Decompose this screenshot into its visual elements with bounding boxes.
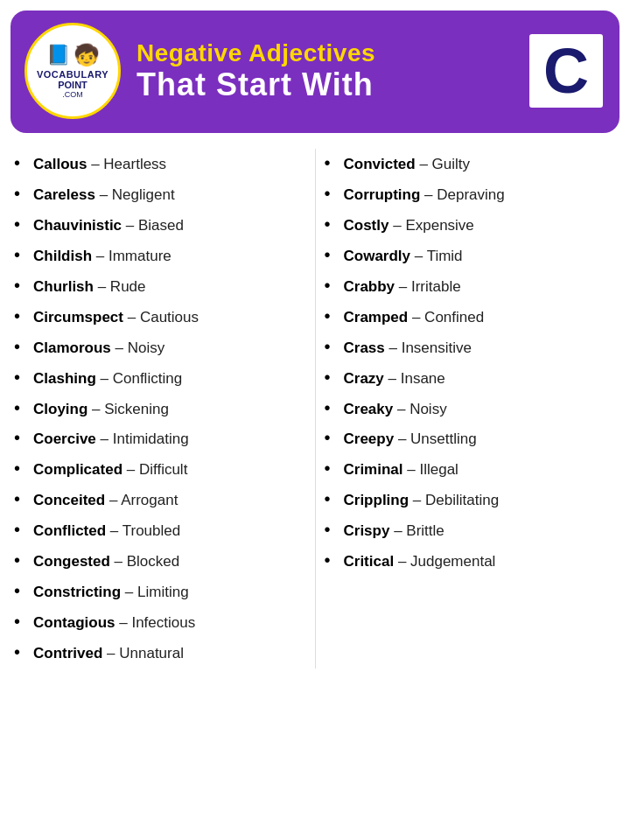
item-word: Contagious xyxy=(33,614,116,631)
bullet-icon: • xyxy=(14,398,33,416)
header-title-bottom: That Start With xyxy=(136,67,374,102)
list-item: • Crazy – Insane xyxy=(325,363,617,394)
item-definition: – Sickening xyxy=(92,401,169,417)
item-text: Chauvinistic – Biased xyxy=(33,216,306,236)
bullet-icon: • xyxy=(14,520,33,538)
item-definition: – Intimidating xyxy=(101,430,189,447)
item-word: Callous xyxy=(33,156,87,172)
bullet-icon: • xyxy=(325,245,344,263)
item-text: Cramped – Confined xyxy=(344,308,617,328)
item-definition: – Noisy xyxy=(116,340,165,356)
list-item: • Costly – Expensive xyxy=(325,210,617,241)
item-word: Clamorous xyxy=(33,340,111,356)
item-definition: – Depraving xyxy=(424,186,505,203)
item-word: Circumspect xyxy=(33,309,123,326)
list-item: • Contrived – Unnatural xyxy=(14,638,306,668)
item-text: Complicated – Difficult xyxy=(33,460,306,480)
item-word: Childish xyxy=(33,248,92,264)
bullet-icon: • xyxy=(14,184,33,202)
right-column: • Convicted – Guilty • Corrupting – Depr… xyxy=(325,149,617,668)
bullet-icon: • xyxy=(325,184,344,202)
item-definition: – Brittle xyxy=(394,522,444,539)
item-word: Crabby xyxy=(344,278,396,295)
bullet-icon: • xyxy=(14,458,33,477)
bullet-icon: • xyxy=(14,489,33,508)
item-word: Clashing xyxy=(33,370,96,387)
item-word: Creaky xyxy=(344,401,394,417)
item-text: Childish – Immature xyxy=(33,247,306,267)
item-word: Corrupting xyxy=(344,186,421,203)
bullet-icon: • xyxy=(14,306,33,325)
letter-box: C xyxy=(527,32,606,110)
item-word: Criminal xyxy=(344,461,403,478)
list-item: • Congested – Blocked xyxy=(14,546,306,577)
bullet-icon: • xyxy=(325,489,344,508)
item-definition: – Difficult xyxy=(127,461,188,478)
list-item: • Clamorous – Noisy xyxy=(14,332,306,363)
item-definition: – Cautious xyxy=(128,309,199,326)
bullet-icon: • xyxy=(325,368,344,386)
item-text: Convicted – Guilty xyxy=(344,155,617,175)
item-text: Criminal – Illegal xyxy=(344,460,617,480)
item-text: Clashing – Conflicting xyxy=(33,369,306,389)
list-item: • Crippling – Debilitating xyxy=(325,485,617,515)
header-text: Negative Adjectives That Start With xyxy=(121,40,527,102)
item-word: Congested xyxy=(33,553,110,570)
list-item: • Crabby – Irritable xyxy=(325,271,617,302)
item-text: Conflicted – Troubled xyxy=(33,522,306,542)
letter-display: C xyxy=(543,39,589,102)
item-text: Corrupting – Depraving xyxy=(344,186,617,206)
item-word: Crispy xyxy=(344,522,390,539)
item-definition: – Expensive xyxy=(393,217,474,234)
list-item: • Creepy – Unsettling xyxy=(325,424,617,454)
item-definition: – Judgemental xyxy=(398,553,496,570)
list-item: • Circumspect – Cautious xyxy=(14,302,306,332)
item-text: Creepy – Unsettling xyxy=(344,430,617,450)
item-text: Critical – Judgemental xyxy=(344,552,617,572)
list-item: • Criminal – Illegal xyxy=(325,454,617,485)
bullet-icon: • xyxy=(325,214,344,233)
bullet-icon: • xyxy=(14,337,33,355)
item-definition: – Arrogant xyxy=(109,492,178,508)
item-definition: – Noisy xyxy=(397,401,447,417)
item-text: Creaky – Noisy xyxy=(344,400,617,420)
bullet-icon: • xyxy=(325,306,344,325)
item-text: Crass – Insensitive xyxy=(344,339,617,359)
item-word: Contrived xyxy=(33,645,102,662)
item-word: Careless xyxy=(33,186,95,203)
item-text: Congested – Blocked xyxy=(33,552,306,572)
item-word: Constricting xyxy=(33,584,121,600)
item-word: Critical xyxy=(344,553,395,570)
bullet-icon: • xyxy=(14,581,33,599)
item-word: Creepy xyxy=(344,430,395,447)
list-item: • Coercive – Intimidating xyxy=(14,424,306,454)
bullet-icon: • xyxy=(14,612,33,630)
bullet-icon: • xyxy=(14,428,33,446)
bullet-icon: • xyxy=(14,368,33,386)
item-word: Convicted xyxy=(344,156,416,172)
item-definition: – Confined xyxy=(412,309,484,326)
bullet-icon: • xyxy=(325,337,344,355)
item-text: Clamorous – Noisy xyxy=(33,339,306,359)
bullet-icon: • xyxy=(14,550,33,569)
logo: 📘 🧒 VOCABULARY POINT .COM xyxy=(24,23,121,119)
list-item: • Childish – Immature xyxy=(14,241,306,271)
logo-vocabulary: VOCABULARY xyxy=(37,69,108,80)
list-item: • Complicated – Difficult xyxy=(14,454,306,485)
item-definition: – Insane xyxy=(388,370,445,387)
list-item: • Chauvinistic – Biased xyxy=(14,210,306,241)
bullet-icon: • xyxy=(325,520,344,538)
item-word: Chauvinistic xyxy=(33,217,122,234)
list-item: • Convicted – Guilty xyxy=(325,149,617,179)
item-definition: – Timid xyxy=(415,248,463,264)
item-text: Crippling – Debilitating xyxy=(344,491,617,511)
list-item: • Conflicted – Troubled xyxy=(14,515,306,546)
item-text: Callous – Heartless xyxy=(33,155,306,175)
left-column: • Callous – Heartless • Careless – Negli… xyxy=(14,149,306,668)
item-definition: – Negligent xyxy=(100,186,175,203)
item-word: Conceited xyxy=(33,492,105,508)
column-divider xyxy=(315,149,316,668)
bullet-icon: • xyxy=(325,276,344,294)
item-definition: – Rude xyxy=(98,278,146,295)
item-text: Crabby – Irritable xyxy=(344,277,617,298)
